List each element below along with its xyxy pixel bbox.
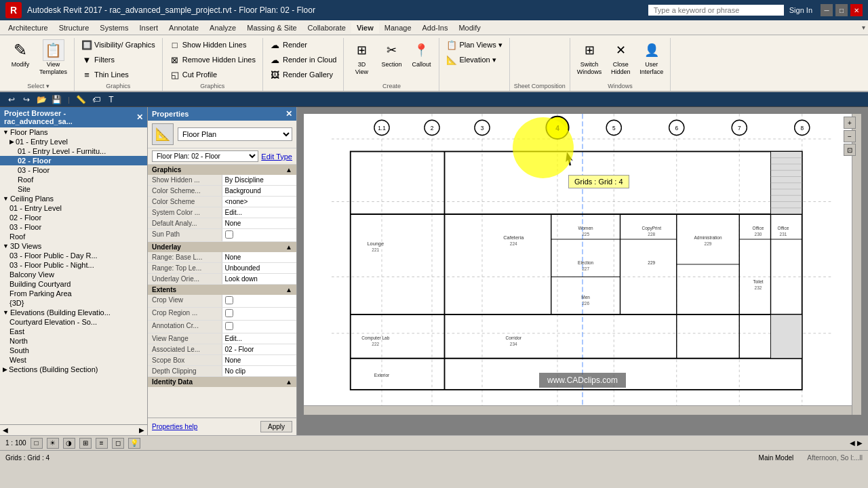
menu-collaborate[interactable]: Collaborate (302, 22, 351, 33)
reveal-hidden-button[interactable]: 💡 (128, 438, 140, 449)
system-color-value[interactable]: Edit... (222, 207, 297, 218)
color-scheme-bg-value[interactable]: Background (222, 186, 297, 196)
cut-profile-button[interactable]: ◱ Cut Profile (167, 68, 258, 81)
minimize-button[interactable]: ─ (821, 4, 833, 16)
visibility-graphics-button[interactable]: 🔲 Visibility/ Graphics (79, 38, 158, 52)
menu-annotate[interactable]: Annotate (163, 22, 204, 33)
user-interface-button[interactable]: 👤 UserInterface (637, 38, 666, 77)
elevation-button[interactable]: 📐 Elevation ▾ (443, 53, 505, 66)
tree-section-3d-views[interactable]: ▼ 3D Views (0, 241, 147, 251)
tree-item-site[interactable]: Site (0, 184, 147, 194)
render-gallery-button[interactable]: 🖼 Render Gallery (267, 68, 340, 81)
workset-selector[interactable]: Main Model (759, 454, 794, 462)
scroll-left-icon[interactable]: ◀ (3, 426, 8, 434)
menu-manage[interactable]: Manage (379, 22, 417, 33)
annotation-cr-value[interactable] (222, 321, 297, 333)
shadows-button[interactable]: ◑ (63, 438, 75, 449)
graphics-section-header[interactable]: Graphics ▲ (148, 165, 296, 175)
sun-path-btn[interactable]: ☀ (47, 438, 59, 449)
tree-item-balcony[interactable]: Balcony View (0, 270, 147, 279)
menu-architecture[interactable]: Architecture (3, 22, 54, 33)
filters-button[interactable]: ▼ Filters (79, 53, 158, 66)
remove-hidden-lines-button[interactable]: ⊠ Remove Hidden Lines (167, 53, 258, 66)
menu-modify[interactable]: Modify (453, 22, 486, 33)
properties-help-link[interactable]: Properties help (152, 423, 197, 430)
sign-in-label[interactable]: Sign In (789, 6, 812, 14)
open-file-icon[interactable]: 📂 (35, 94, 47, 106)
depth-clipping-value[interactable]: No clip (222, 366, 297, 376)
close-button[interactable]: ✕ (850, 4, 863, 16)
crop-region-checkbox[interactable] (225, 309, 233, 317)
tree-section-ceiling-plans[interactable]: ▼ Ceiling Plans (0, 194, 147, 203)
sun-path-value[interactable] (222, 229, 297, 241)
associated-le-value[interactable]: 02 - Floor (222, 344, 297, 354)
detail-level-button[interactable]: ≡ (96, 438, 108, 449)
edit-type-link[interactable]: Edit Type (261, 152, 292, 161)
prop-type-select[interactable]: Floor Plan (178, 127, 292, 141)
search-input[interactable] (648, 5, 784, 16)
tree-item-ceiling-entry[interactable]: 01 - Entry Level (0, 203, 147, 213)
properties-close[interactable]: ✕ (285, 109, 292, 119)
identity-section-header[interactable]: Identity Data ▲ (148, 377, 296, 387)
tree-item-from-parking[interactable]: From Parking Area (0, 289, 147, 298)
menu-massing[interactable]: Massing & Site (241, 22, 302, 33)
switch-windows-button[interactable]: ⊞ SwitchWindows (574, 38, 605, 77)
show-hidden-prop-value[interactable]: By Discipline (222, 175, 297, 185)
show-hidden-lines-button[interactable]: □ Show Hidden Lines (167, 38, 258, 52)
tree-item-courtyard-elev[interactable]: Courtyard Elevation - So... (0, 317, 147, 327)
extents-section-header[interactable]: Extents ▲ (148, 285, 296, 295)
zoom-out-button[interactable]: − (844, 130, 856, 142)
tree-item-3d-dayR[interactable]: 03 - Floor Public - Day R... (0, 251, 147, 260)
render-button[interactable]: ☁ Render (267, 38, 340, 52)
crop-view-checkbox[interactable] (225, 296, 233, 304)
default-analy-value[interactable]: None (222, 218, 297, 228)
menu-structure[interactable]: Structure (54, 22, 95, 33)
tag-icon[interactable]: 🏷 (90, 94, 102, 106)
plan-views-button[interactable]: 📋 Plan Views ▾ (443, 38, 505, 52)
save-icon[interactable]: 💾 (50, 94, 62, 106)
zoom-in-button[interactable]: + (844, 117, 856, 129)
tree-item-south[interactable]: South (0, 346, 147, 355)
tree-item-north[interactable]: North (0, 336, 147, 346)
tree-item-ceiling-02[interactable]: 02 - Floor (0, 213, 147, 222)
view-templates-button[interactable]: 📋 ViewTemplates (37, 38, 70, 77)
callout-button[interactable]: 📍 Callout (408, 38, 435, 70)
section-button[interactable]: ✂ Section (378, 38, 405, 70)
floor-plan-canvas[interactable]: Lounge 221 Cafeteria 224 Women 225 Elect… (304, 114, 861, 415)
underlay-orient-value[interactable]: Look down (222, 274, 297, 284)
crop-region-value[interactable] (222, 308, 297, 320)
render-cloud-button[interactable]: ☁ Render in Cloud (267, 53, 340, 66)
tree-section-floor-plans[interactable]: ▼ Floor Plans (0, 127, 147, 137)
redo-icon[interactable]: ↪ (20, 94, 33, 106)
tree-item-3d-night[interactable]: 03 - Floor Public - Night... (0, 260, 147, 270)
tree-item-ceiling-roof[interactable]: Roof (0, 232, 147, 241)
tree-item-3d-bracket[interactable]: {3D} (0, 298, 147, 308)
render-mode-button[interactable]: ◻ (112, 438, 124, 449)
visual-style-button[interactable]: □ (31, 438, 43, 449)
horizontal-scrollbar[interactable] (304, 405, 852, 415)
tree-item-entry-level[interactable]: ▶ 01 - Entry Level (0, 137, 147, 146)
annotation-cr-checkbox[interactable] (225, 322, 233, 330)
text-icon[interactable]: T (105, 94, 117, 106)
scroll-right-icon[interactable]: ▶ (139, 426, 144, 434)
thin-lines-button[interactable]: ≡ Thin Lines (79, 68, 158, 81)
close-hidden-button[interactable]: ✕ CloseHidden (607, 38, 634, 77)
apply-button[interactable]: Apply (260, 421, 292, 432)
color-scheme-value[interactable]: <none> (222, 197, 297, 207)
menu-view[interactable]: View (351, 22, 379, 33)
sun-path-checkbox[interactable] (225, 230, 233, 239)
crop-button[interactable]: ⊞ (79, 438, 92, 449)
range-base-value[interactable]: None (222, 252, 297, 262)
menu-systems[interactable]: Systems (94, 22, 134, 33)
canvas-area[interactable]: Lounge 221 Cafeteria 224 Women 225 Elect… (297, 107, 868, 435)
project-browser-close[interactable]: ✕ (136, 113, 143, 122)
undo-icon[interactable]: ↩ (5, 94, 18, 106)
tree-item-ceiling-03[interactable]: 03 - Floor (0, 222, 147, 232)
modify-button[interactable]: ✎ Modify (7, 38, 34, 70)
floor-plan-selector[interactable]: Floor Plan: 02 - Floor (152, 150, 258, 162)
tree-item-roof[interactable]: Roof (0, 175, 147, 184)
tree-item-entry-furniture[interactable]: 01 - Entry Level - Furnitu... (0, 146, 147, 156)
measure-icon[interactable]: 📏 (75, 94, 87, 106)
menu-insert[interactable]: Insert (134, 22, 164, 33)
tree-item-west[interactable]: West (0, 355, 147, 365)
